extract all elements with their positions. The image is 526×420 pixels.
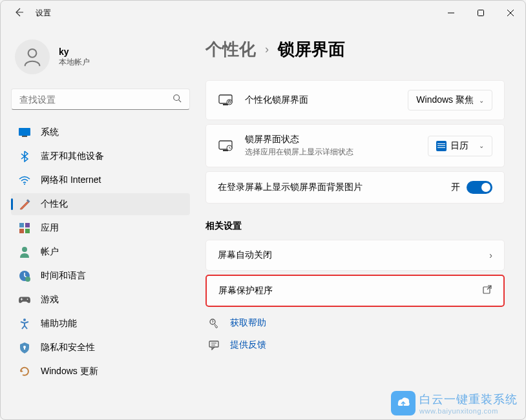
dropdown-background-source[interactable]: Windows 聚焦 ⌄: [408, 90, 492, 110]
user-name: ky: [59, 47, 90, 57]
nav-accessibility[interactable]: 辅助功能: [11, 313, 190, 335]
personalization-icon: [19, 198, 30, 210]
card-title: 个性化锁屏界面: [245, 94, 408, 106]
nav-label: 帐户: [41, 246, 59, 258]
user-section[interactable]: ky 本地帐户: [11, 32, 190, 89]
nav-gaming[interactable]: 游戏: [11, 289, 190, 311]
link-get-help[interactable]: 获取帮助: [230, 317, 266, 329]
card-screen-timeout[interactable]: 屏幕自动关闭 ›: [205, 240, 505, 271]
help-get[interactable]: 获取帮助: [205, 317, 505, 329]
nav-system[interactable]: 系统: [11, 121, 190, 143]
nav-bluetooth[interactable]: 蓝牙和其他设备: [11, 145, 190, 167]
card-subtitle: 选择应用在锁屏上显示详细状态: [245, 147, 428, 158]
nav-label: 游戏: [41, 294, 59, 306]
svg-point-15: [22, 247, 27, 252]
accounts-icon: [19, 246, 30, 258]
titlebar: 设置: [1, 1, 525, 25]
maximize-button[interactable]: [466, 1, 496, 25]
card-signin-background: 在登录屏幕上显示锁屏界面背景图片 开: [205, 171, 505, 204]
minimize-button[interactable]: [436, 1, 466, 25]
watermark-url: www.baiyunxitong.com: [419, 407, 518, 415]
watermark-title: 白云一键重装系统: [419, 392, 518, 407]
nav-personalization[interactable]: 个性化: [11, 193, 190, 215]
chevron-right-icon: ›: [489, 250, 492, 260]
gaming-icon: [19, 294, 30, 306]
toggle-signin-background[interactable]: [467, 181, 492, 194]
card-title: 屏幕保护程序: [218, 285, 483, 297]
update-icon: [19, 366, 30, 377]
window-title: 设置: [36, 8, 51, 19]
svg-rect-21: [24, 348, 25, 350]
card-personalize-lockscreen[interactable]: 个性化锁屏界面 Windows 聚焦 ⌄: [205, 80, 505, 120]
nav-label: Windows 更新: [41, 366, 98, 377]
breadcrumb-parent[interactable]: 个性化: [205, 38, 256, 61]
dropdown-value: 日历: [450, 140, 468, 152]
close-button[interactable]: [496, 1, 525, 25]
nav-label: 辅助功能: [41, 318, 77, 330]
svg-rect-23: [223, 104, 228, 105]
breadcrumb: 个性化 › 锁屏界面: [205, 38, 505, 61]
svg-line-6: [179, 100, 182, 103]
svg-rect-11: [19, 223, 24, 227]
link-feedback[interactable]: 提供反馈: [230, 339, 266, 351]
svg-point-19: [23, 319, 26, 321]
nav-label: 蓝牙和其他设备: [41, 151, 104, 162]
system-icon: [19, 127, 30, 138]
accessibility-icon: [19, 318, 30, 330]
avatar: [15, 39, 50, 74]
nav-accounts[interactable]: 帐户: [11, 241, 190, 263]
svg-rect-8: [22, 136, 27, 137]
svg-point-18: [27, 299, 28, 300]
nav-list: 系统 蓝牙和其他设备 网络和 Internet 个性化 应用 帐户 时间和语言 …: [11, 121, 190, 383]
privacy-icon: [19, 342, 30, 353]
section-title-related: 相关设置: [205, 220, 505, 232]
user-subtitle: 本地帐户: [59, 57, 90, 68]
card-lockscreen-status[interactable]: 锁屏界面状态 选择应用在锁屏上显示详细状态 日历 ⌄: [205, 124, 505, 167]
breadcrumb-current: 锁屏界面: [278, 38, 345, 61]
dropdown-status-app[interactable]: 日历 ⌄: [428, 136, 492, 156]
network-icon: [19, 174, 30, 186]
svg-rect-1: [478, 10, 484, 16]
nav-privacy[interactable]: 隐私和安全性: [11, 337, 190, 359]
nav-network[interactable]: 网络和 Internet: [11, 169, 190, 191]
apps-icon: [19, 222, 30, 234]
svg-point-4: [28, 49, 37, 58]
svg-rect-27: [223, 150, 228, 151]
svg-point-17: [25, 277, 30, 282]
card-title: 在登录屏幕上显示锁屏界面背景图片: [218, 182, 451, 193]
search-input[interactable]: [19, 94, 173, 105]
nav-apps[interactable]: 应用: [11, 217, 190, 239]
nav-label: 应用: [41, 222, 59, 234]
back-button[interactable]: [14, 7, 24, 19]
bluetooth-icon: [19, 151, 30, 162]
nav-label: 隐私和安全性: [41, 342, 95, 353]
help-feedback[interactable]: 提供反馈: [205, 339, 505, 351]
svg-rect-7: [19, 128, 30, 136]
svg-point-5: [174, 95, 180, 101]
svg-rect-13: [19, 229, 24, 233]
external-link-icon: [483, 285, 492, 297]
svg-rect-31: [209, 341, 218, 347]
nav-label: 时间和语言: [41, 270, 86, 282]
svg-rect-12: [25, 223, 30, 227]
search-icon: [173, 94, 182, 105]
watermark: 白云一键重装系统 www.baiyunxitong.com: [391, 391, 518, 415]
nav-update[interactable]: Windows 更新: [11, 361, 190, 383]
nav-time[interactable]: 时间和语言: [11, 265, 190, 287]
svg-rect-14: [25, 229, 30, 233]
nav-label: 网络和 Internet: [41, 174, 101, 186]
watermark-icon: [391, 391, 416, 415]
card-title: 屏幕自动关闭: [218, 249, 489, 261]
search-box[interactable]: [11, 89, 190, 110]
time-icon: [19, 270, 30, 282]
main-content: 个性化 › 锁屏界面 个性化锁屏界面 Windows 聚焦 ⌄ 锁屏界面状态 选…: [198, 25, 525, 419]
card-title: 锁屏界面状态: [245, 134, 428, 145]
chevron-down-icon: ⌄: [479, 97, 484, 104]
chevron-down-icon: ⌄: [479, 142, 484, 149]
sidebar: ky 本地帐户 系统 蓝牙和其他设备 网络和 Internet 个性化 应用 帐…: [1, 25, 198, 419]
toggle-state-label: 开: [451, 182, 460, 193]
nav-label: 系统: [41, 127, 59, 138]
nav-label: 个性化: [41, 198, 68, 210]
card-screensaver[interactable]: 屏幕保护程序: [205, 275, 505, 307]
help-icon: [208, 317, 220, 329]
